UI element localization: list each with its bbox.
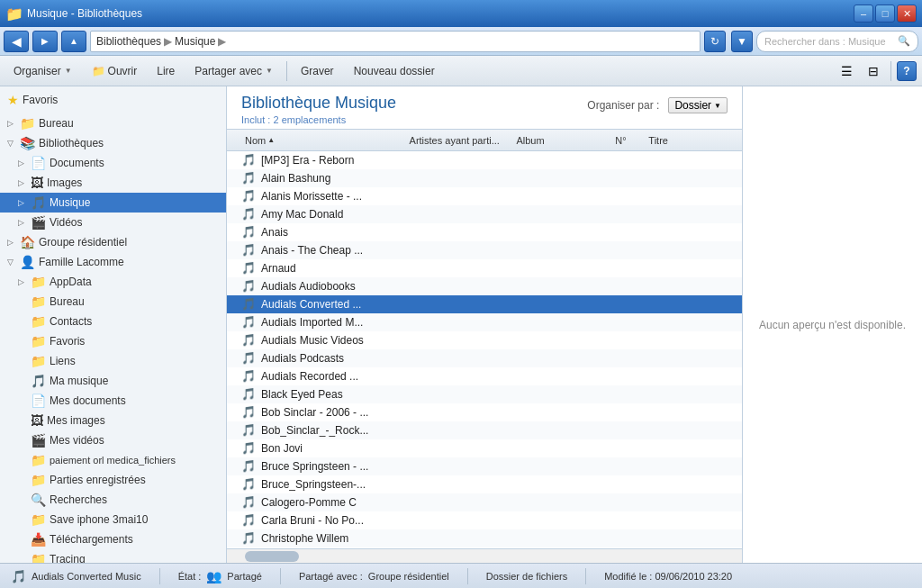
sidebar-item-bureau2[interactable]: 📁 Bureau [0, 292, 226, 312]
sidebar-item-liens[interactable]: 📁 Liens [0, 351, 226, 371]
sidebar-item-favoris[interactable]: ★ Favoris [0, 90, 226, 110]
file-row[interactable]: 🎵 Amy Mac Donald [227, 205, 742, 223]
sidebar-item-paiement[interactable]: 📁 paiement orl medica_fichiers [0, 450, 226, 470]
file-row[interactable]: 🎵 Audials Converted ... [227, 295, 742, 313]
file-row[interactable]: 🎵 Bruce_Springsteen-... [227, 475, 742, 493]
search-box[interactable]: Rechercher dans : Musique 🔍 [756, 31, 918, 52]
sidebar-parties-label: Parties enregistrées [50, 474, 146, 486]
organiser-button[interactable]: Organiser ▼ [5, 59, 80, 83]
file-row[interactable]: 🎵 Bon Jovi [227, 439, 742, 457]
file-row[interactable]: 🎵 Anais - The Cheap ... [227, 241, 742, 259]
search-button[interactable]: ▼ [731, 31, 753, 52]
refresh-button[interactable]: ↻ [704, 31, 726, 52]
col-header-numero[interactable]: N° [611, 130, 645, 150]
organiser-par-label: Organiser par : [587, 99, 659, 112]
search-icon[interactable]: 🔍 [898, 35, 910, 47]
file-row[interactable]: 🎵 Black Eyed Peas [227, 385, 742, 403]
sidebar-item-telechargements[interactable]: 📥 Téléchargements [0, 529, 226, 549]
file-row[interactable]: 🎵 Audials Podcasts [227, 349, 742, 367]
sidebar-item-bibliotheques[interactable]: ▽ 📚 Bibliothèques [0, 133, 226, 153]
up-button[interactable]: ▲ [61, 31, 86, 52]
sidebar: ★ Favoris ▷ 📁 Bureau ▽ 📚 Bibliothèques ▷… [0, 86, 227, 563]
sidebar-item-tracing[interactable]: 📁 Tracing [0, 549, 226, 563]
content-area: Bibliothèque Musique Inclut : 2 emplacem… [227, 86, 742, 563]
sidebar-item-mesdocs[interactable]: 📄 Mes documents [0, 391, 226, 411]
file-row[interactable]: 🎵 Anais [227, 223, 742, 241]
file-row[interactable]: 🎵 Bob_Sinclar_-_Rock... [227, 421, 742, 439]
col-header-artistes[interactable]: Artistes ayant parti... [406, 130, 513, 150]
file-row[interactable]: 🎵 Audials Recorded ... [227, 367, 742, 385]
file-row[interactable]: 🎵 Audials Music Videos [227, 331, 742, 349]
file-name: Audials Podcasts [261, 352, 409, 365]
maximize-button[interactable]: □ [875, 5, 895, 23]
title-bar: 📁 Musique - Bibliothèques – □ ✕ [0, 0, 922, 27]
close-button[interactable]: ✕ [897, 5, 917, 23]
sidebar-item-mesimages[interactable]: 🖼 Mes images [0, 411, 226, 430]
places-link[interactable]: 2 emplacements [273, 114, 346, 125]
file-folder-icon: 🎵 [241, 315, 256, 329]
sidebar-musique-label: Musique [50, 196, 90, 209]
tracing-icon: 📁 [31, 552, 46, 563]
file-row[interactable]: 🎵 Bob Sinclar - 2006 - ... [227, 403, 742, 421]
file-row[interactable]: 🎵 Calogero-Pomme C [227, 493, 742, 511]
horizontal-scrollbar[interactable] [227, 548, 742, 563]
breadcrumb-musique[interactable]: Musique [175, 35, 215, 48]
file-name: Calogero-Pomme C [261, 496, 409, 509]
sidebar-item-musique[interactable]: ▷ 🎵 Musique [0, 193, 226, 213]
status-section-partage: Partagé avec : Groupe résidentiel [299, 571, 449, 582]
sidebar-item-documents[interactable]: ▷ 📄 Documents [0, 153, 226, 173]
ouvrir-button[interactable]: 📁 Ouvrir [84, 59, 146, 83]
sidebar-favoris2-label: Favoris [50, 335, 85, 348]
parties-icon: 📁 [31, 473, 46, 487]
partager-label: Partager avec [194, 65, 262, 77]
file-row[interactable]: 🎵 Carla Bruni - No Po... [227, 511, 742, 529]
file-row[interactable]: 🎵 Audials Imported M... [227, 313, 742, 331]
status-sep-2 [280, 568, 281, 584]
view-details-button[interactable]: ⊟ [862, 59, 885, 83]
sidebar-item-appdata[interactable]: ▷ 📁 AppData [0, 272, 226, 292]
sidebar-item-contacts[interactable]: 📁 Contacts [0, 312, 226, 331]
forward-button[interactable]: ▶ [32, 31, 58, 52]
back-button[interactable]: ◀ [4, 31, 29, 52]
sidebar-item-save-iphone[interactable]: 📁 Save iphone 3mai10 [0, 510, 226, 529]
file-folder-icon: 🎵 [241, 351, 256, 365]
file-row[interactable]: 🎵 [MP3] Era - Reborn [227, 151, 742, 169]
minimize-button[interactable]: – [854, 5, 873, 23]
view-list-button[interactable]: ☰ [835, 59, 858, 83]
graver-button[interactable]: Graver [293, 59, 342, 83]
col-header-titre[interactable]: Titre [645, 130, 728, 150]
sidebar-item-recherches[interactable]: 🔍 Recherches [0, 490, 226, 510]
file-folder-icon: 🎵 [241, 261, 256, 275]
hscroll-thumb[interactable] [245, 551, 299, 562]
breadcrumb-bibliotheques[interactable]: Bibliothèques [96, 35, 161, 48]
sidebar-item-videos[interactable]: ▷ 🎬 Vidéos [0, 213, 226, 232]
sidebar-item-mamusique[interactable]: 🎵 Ma musique [0, 371, 226, 391]
file-name: Bon Jovi [261, 442, 409, 455]
nouveau-dossier-button[interactable]: Nouveau dossier [346, 59, 443, 83]
sidebar-item-parties[interactable]: 📁 Parties enregistrées [0, 470, 226, 490]
file-row[interactable]: 🎵 Christophe Willem [227, 529, 742, 547]
file-row[interactable]: 🎵 Bruce Springsteen - ... [227, 457, 742, 475]
sidebar-item-mesvideos[interactable]: 🎬 Mes vidéos [0, 430, 226, 450]
file-row[interactable]: 🎵 Audials Audiobooks [227, 277, 742, 295]
sidebar-item-groupe[interactable]: ▷ 🏠 Groupe résidentiel [0, 232, 226, 252]
sidebar-item-bureau[interactable]: ▷ 📁 Bureau [0, 113, 226, 133]
file-row[interactable]: 🎵 Arnaud [227, 259, 742, 277]
famille-expand-icon: ▽ [7, 258, 16, 267]
lire-button[interactable]: Lire [149, 59, 183, 83]
address-breadcrumb[interactable]: Bibliothèques ▶ Musique ▶ [90, 31, 701, 52]
file-row[interactable]: 🎵 Alanis Morissette - ... [227, 187, 742, 205]
toolbar-right: ☰ ⊟ ? [835, 59, 917, 83]
sidebar-item-images[interactable]: ▷ 🖼 Images [0, 173, 226, 193]
sidebar-item-famille[interactable]: ▽ 👤 Famille Lacomme [0, 252, 226, 272]
dossier-button[interactable]: Dossier ▼ [668, 97, 728, 113]
help-button[interactable]: ? [897, 61, 917, 81]
breadcrumb-arrow: ▶ [218, 35, 226, 48]
col-header-album[interactable]: Album [512, 130, 611, 150]
file-row[interactable]: 🎵 Alain Bashung [227, 169, 742, 187]
col-header-nom[interactable]: Nom ▲ [241, 130, 406, 150]
sidebar-item-favoris2[interactable]: 📁 Favoris [0, 331, 226, 351]
partager-button[interactable]: Partager avec ▼ [186, 59, 281, 83]
app-icon: 📁 [5, 5, 23, 23]
star-icon: ★ [7, 93, 19, 107]
